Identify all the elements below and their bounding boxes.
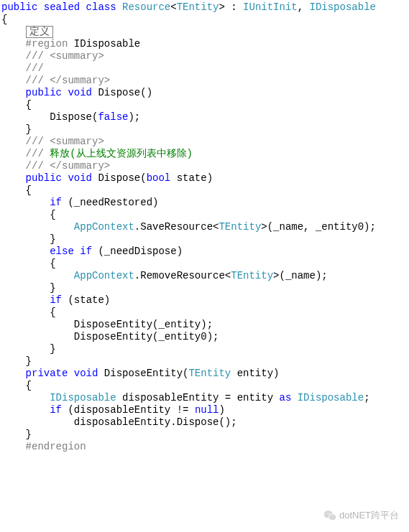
code-text — [291, 392, 297, 403]
watermark: dotNET跨平台 — [323, 509, 399, 522]
code-text: AppContext — [74, 221, 134, 233]
code-text: (disposableEntity != — [62, 404, 195, 416]
code-text — [26, 404, 50, 416]
code-text: /// — [26, 62, 44, 74]
code-text: if — [80, 246, 92, 257]
code-text: ; — [364, 392, 369, 403]
code-text: /// <summary> — [26, 136, 104, 147]
code-text: } — [26, 233, 56, 245]
code-text — [26, 197, 50, 208]
collapsed-region[interactable]: 定义 — [26, 26, 53, 38]
code-text: as — [279, 392, 291, 403]
code-text — [26, 270, 74, 281]
code-block: public sealed class Resource<TEntity> : … — [0, 0, 409, 453]
code-text: Dispose() — [98, 87, 152, 98]
code-text: } — [26, 429, 32, 440]
code-text: (_needDispose) — [92, 246, 183, 257]
code-text: { — [26, 99, 32, 111]
code-text: < — [170, 1, 176, 13]
code-text: } — [26, 355, 32, 367]
code-text: DisposeEntity( — [104, 368, 189, 379]
code-text: if — [50, 197, 62, 208]
code-text: (state) — [62, 294, 110, 306]
code-text: { — [26, 307, 56, 318]
code-text — [26, 392, 50, 403]
wechat-icon — [323, 509, 336, 522]
code-text: public sealed class — [1, 1, 122, 13]
code-text: DisposeEntity(_entity0); — [26, 331, 219, 342]
code-text: { — [26, 380, 32, 391]
code-text — [74, 246, 80, 257]
code-text: disposableEntity.Dispose(); — [26, 416, 237, 428]
code-text: TEntity — [219, 221, 261, 233]
code-text: bool — [147, 172, 171, 184]
code-text: } — [26, 123, 32, 135]
code-text: 释放(从上线文资源列表中移除) — [50, 148, 193, 159]
code-text: TEntity — [231, 270, 273, 281]
code-text: } — [26, 282, 56, 294]
code-text: Resource — [122, 1, 170, 13]
code-text: public void — [26, 172, 98, 184]
watermark-text: dotNET跨平台 — [339, 509, 399, 522]
code-text: > : — [219, 1, 243, 13]
code-text: DisposeEntity(_entity); — [26, 319, 213, 330]
code-text — [26, 246, 50, 257]
code-text: false — [98, 111, 128, 123]
code-text: { — [26, 258, 56, 269]
code-text: #region — [26, 38, 68, 50]
code-text: >(_name); — [273, 270, 328, 281]
code-text: state) — [170, 172, 213, 184]
code-text: Dispose( — [26, 111, 98, 123]
code-text: /// </summary> — [26, 75, 111, 86]
code-text: /// — [26, 148, 50, 159]
code-text: /// <summary> — [26, 50, 104, 62]
code-text: >(_name, _entity0); — [261, 221, 376, 233]
code-text: if — [50, 404, 62, 416]
code-text: IDisposable — [298, 392, 364, 403]
code-text: ) — [219, 404, 224, 416]
code-text: .RemoveResource< — [134, 270, 231, 281]
code-text: IUnitInit — [243, 1, 298, 13]
code-text: IDisposable — [310, 1, 376, 13]
code-text: TEntity — [188, 368, 231, 379]
code-text: if — [50, 294, 62, 306]
code-text: #endregion — [26, 441, 86, 452]
code-text: else — [50, 246, 74, 257]
code-text — [26, 221, 74, 233]
code-text: IDisposable — [50, 392, 116, 403]
code-text: (_needRestored) — [62, 197, 158, 208]
code-text: .SaveResource< — [134, 221, 219, 233]
code-text: private void — [26, 368, 104, 379]
code-text: Dispose( — [98, 172, 146, 184]
code-text: /// </summary> — [26, 160, 111, 172]
code-text: , — [298, 1, 310, 13]
code-text: { — [1, 14, 7, 25]
code-text: disposableEntity = entity — [116, 392, 280, 403]
code-text — [26, 294, 50, 306]
code-text: TEntity — [177, 1, 219, 13]
code-text: { — [26, 209, 56, 220]
code-text: IDisposable — [68, 38, 140, 50]
code-text: AppContext — [74, 270, 134, 281]
code-text: ); — [128, 111, 140, 123]
code-text: entity) — [231, 368, 279, 379]
code-text: { — [26, 185, 32, 196]
code-text: } — [26, 343, 56, 355]
code-text: null — [195, 404, 219, 416]
code-text: public void — [26, 87, 98, 98]
